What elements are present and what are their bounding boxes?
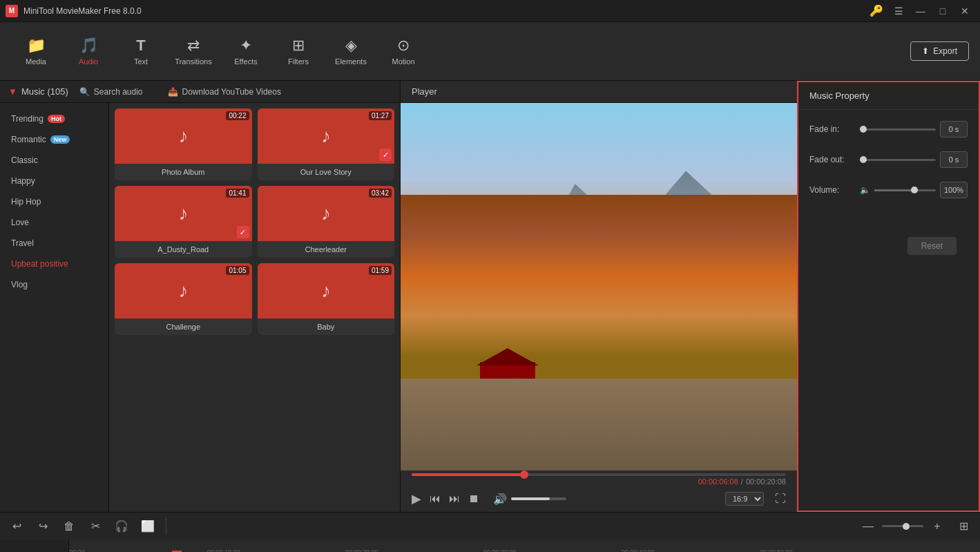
volume-slider-area: 🔈 100% <box>860 182 968 198</box>
prev-button[interactable]: ⏮ <box>430 493 441 505</box>
minimize-button[interactable]: — <box>911 1 930 21</box>
category-vlog[interactable]: Vlog <box>0 274 108 295</box>
volume-mute-icon[interactable]: 🔈 <box>860 185 870 195</box>
property-title: Music Property <box>798 82 979 110</box>
music-card-baby[interactable]: ♪ 01:59 Baby <box>258 263 395 335</box>
export-button[interactable]: ⬆ Export <box>910 41 969 61</box>
category-travel[interactable]: Travel <box>0 233 108 254</box>
fit-button[interactable]: ⊞ <box>952 515 974 537</box>
music-card-our-love-story[interactable]: ♪ 01:27 ✓ Our Love Story <box>258 108 395 180</box>
toolbar-item-transitions[interactable]: ⇄ Transitions <box>169 26 218 76</box>
timeline-ruler[interactable]: 00:00 00:00:10:00 00:00:20:00 00:00:30:0… <box>69 540 980 552</box>
crop-button[interactable]: ⬜ <box>137 515 159 537</box>
cat-label-travel: Travel <box>11 238 34 248</box>
zoom-slider[interactable] <box>882 525 923 527</box>
ratio-select[interactable]: 16:9 9:16 1:1 <box>725 492 764 506</box>
toolbar-item-filters[interactable]: ⊞ Filters <box>273 26 323 76</box>
search-audio-button[interactable]: 🔍 Search audio <box>79 87 143 97</box>
transitions-icon: ⇄ <box>187 37 200 55</box>
music-grid: ♪ 00:22 Photo Album ♪ 01:27 ✓ Our Love S… <box>109 103 400 512</box>
next-button[interactable]: ⏭ <box>449 493 460 505</box>
duration-baby: 01:59 <box>369 266 392 275</box>
menu-button[interactable]: ☰ <box>889 1 908 21</box>
cat-label-vlog: Vlog <box>11 280 28 289</box>
progress-thumb <box>520 470 528 479</box>
music-name-cheerleader: Cheerleader <box>258 241 395 258</box>
fade-in-thumb <box>860 126 867 133</box>
category-hiphop[interactable]: Hip Hop <box>0 191 108 212</box>
bottom-section: ↩ ↪ 🗑 ✂ 🎧 ⬜ — + ⊞ ⊞ 🔒 ⊟ 🔒 <box>0 512 980 552</box>
cut-button[interactable]: ✂ <box>84 515 106 537</box>
cat-label-trending: Trending <box>11 114 44 124</box>
fade-out-row: Fade out: 0 s <box>809 151 968 168</box>
reset-button[interactable]: Reset <box>907 237 957 255</box>
toolbar-item-effects[interactable]: ✦ Effects <box>221 26 271 76</box>
cat-label-happy: Happy <box>11 176 35 186</box>
download-youtube-button[interactable]: 📥 Download YouTube Videos <box>168 87 281 97</box>
elements-icon: ◈ <box>345 37 357 55</box>
fade-in-slider-area: 0 s <box>860 121 968 137</box>
ruler-mark-4: 00:00:40:00 <box>622 549 655 552</box>
new-badge: New <box>50 135 70 144</box>
ruler-mark-1: 00:00:10:00 <box>207 549 240 552</box>
progress-bar[interactable] <box>412 473 786 476</box>
duration-cheerleader: 03:42 <box>369 189 392 198</box>
delete-button[interactable]: 🗑 <box>58 515 80 537</box>
player-video[interactable] <box>401 103 797 470</box>
volume-prop-slider[interactable] <box>874 189 936 191</box>
fade-out-slider[interactable] <box>860 159 936 161</box>
video-frame <box>401 103 797 470</box>
toolbar-item-text[interactable]: T Text <box>116 26 166 76</box>
category-happy[interactable]: Happy <box>0 171 108 191</box>
music-card-a-dusty-road[interactable]: ♪ 01:41 ✓ A_Dusty_Road <box>115 186 252 258</box>
player-header: Player <box>401 81 797 103</box>
undo-button[interactable]: ↩ <box>6 515 28 537</box>
music-note-icon: ♪ <box>178 280 188 302</box>
stop-button[interactable]: ⏹ <box>468 493 479 505</box>
play-button[interactable]: ▶ <box>412 491 421 506</box>
duration-a-dusty-road: 01:41 <box>226 189 249 198</box>
toolbar-item-media[interactable]: 📁 Media <box>11 26 61 76</box>
music-card-challenge[interactable]: ♪ 01:05 Challenge <box>115 263 252 335</box>
music-card-photo-album[interactable]: ♪ 00:22 Photo Album <box>115 108 252 180</box>
category-romantic[interactable]: Romantic New <box>0 129 108 150</box>
volume-fill <box>511 497 550 500</box>
fade-out-value: 0 s <box>940 151 968 168</box>
maximize-button[interactable]: □ <box>933 1 952 21</box>
fullscreen-button[interactable]: ⛶ <box>775 493 786 505</box>
music-card-cheerleader[interactable]: ♪ 03:42 Cheerleader <box>258 186 395 258</box>
category-upbeat[interactable]: Upbeat positive <box>0 254 108 274</box>
elements-label: Elements <box>335 57 367 66</box>
category-classic[interactable]: Classic <box>0 150 108 171</box>
key-icon[interactable]: 🔑 <box>867 1 886 21</box>
toolbar-item-elements[interactable]: ◈ Elements <box>326 26 376 76</box>
toolbar-item-motion[interactable]: ⊙ Motion <box>378 26 428 76</box>
music-name-our-love-story: Our Love Story <box>258 164 395 180</box>
split-audio-button[interactable]: 🎧 <box>111 515 133 537</box>
music-thumb-challenge: ♪ 01:05 <box>115 263 252 318</box>
volume-value: 100% <box>940 182 968 198</box>
cat-label-love: Love <box>11 218 29 227</box>
zoom-out-button[interactable]: — <box>857 515 879 537</box>
volume-prop-thumb <box>911 187 918 193</box>
redo-button[interactable]: ↪ <box>32 515 54 537</box>
category-trending[interactable]: Trending Hot <box>0 108 108 129</box>
volume-slider[interactable] <box>511 497 566 500</box>
music-name-baby: Baby <box>258 318 395 335</box>
export-area: ⬆ Export <box>910 41 969 61</box>
titlebar-controls: 🔑 ☰ — □ ✕ <box>867 1 974 21</box>
category-love[interactable]: Love <box>0 212 108 233</box>
ruler-spacer <box>0 540 68 552</box>
titlebar-left: M MiniTool MovieMaker Free 8.0.0 <box>6 5 142 17</box>
close-button[interactable]: ✕ <box>955 1 974 21</box>
music-note-icon: ♪ <box>321 202 331 225</box>
toolbar-item-audio[interactable]: 🎵 Audio <box>64 26 113 76</box>
music-thumb-photo-album: ♪ 00:22 <box>115 108 252 164</box>
categories-list: Trending Hot Romantic New Classic Happy … <box>0 103 109 512</box>
volume-icon[interactable]: 🔊 <box>493 493 507 506</box>
fade-in-slider[interactable] <box>860 129 936 131</box>
expand-arrow[interactable]: ▼ <box>8 86 17 97</box>
left-panel: ▼ Music (105) 🔍 Search audio 📥 Download … <box>0 81 401 512</box>
zoom-in-button[interactable]: + <box>926 515 948 537</box>
music-name-photo-album: Photo Album <box>115 164 252 180</box>
